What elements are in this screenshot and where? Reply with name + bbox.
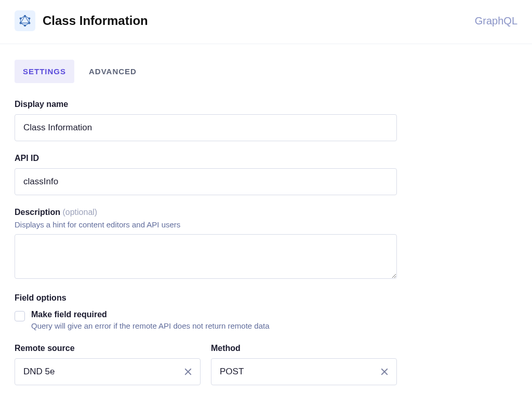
svg-point-3 — [29, 18, 30, 19]
field-remote-source: Remote source — [15, 344, 201, 385]
api-id-input[interactable] — [15, 168, 397, 195]
remote-source-select[interactable] — [15, 358, 201, 385]
tab-settings[interactable]: Settings — [15, 60, 74, 83]
tabs: Settings Advanced — [15, 60, 517, 83]
description-optional-tag: (optional) — [62, 208, 97, 216]
api-id-label: API ID — [15, 154, 397, 163]
field-api-id: API ID — [15, 154, 397, 195]
remote-source-label: Remote source — [15, 344, 201, 353]
svg-point-2 — [24, 15, 25, 17]
description-label-text: Description — [15, 208, 60, 216]
svg-point-5 — [24, 25, 25, 26]
method-clear-icon[interactable] — [377, 364, 392, 379]
description-label: Description (optional) — [15, 208, 397, 217]
method-select[interactable] — [211, 358, 397, 385]
field-display-name: Display name — [15, 100, 397, 141]
display-name-input[interactable] — [15, 114, 397, 141]
description-hint: Displays a hint for content editors and … — [15, 220, 397, 229]
svg-point-7 — [20, 18, 21, 19]
required-checkbox-row: Make field required Query will give an e… — [15, 310, 397, 330]
required-checkbox-hint: Query will give an error if the remote A… — [31, 321, 270, 330]
page-title: Class Information — [43, 13, 148, 28]
description-input[interactable] — [15, 234, 397, 279]
content: Settings Advanced Display name API ID De… — [0, 44, 532, 396]
svg-point-6 — [20, 22, 21, 24]
header-left: Class Information — [15, 10, 148, 31]
tab-advanced[interactable]: Advanced — [81, 60, 145, 83]
display-name-label: Display name — [15, 100, 397, 109]
required-checkbox[interactable] — [15, 311, 25, 321]
type-label: GraphQL — [475, 15, 517, 27]
field-options-title: Field options — [15, 293, 397, 303]
field-description: Description (optional) Displays a hint f… — [15, 208, 397, 281]
remote-source-clear-icon[interactable] — [181, 364, 195, 379]
required-checkbox-label: Make field required — [31, 310, 270, 319]
svg-point-4 — [29, 22, 30, 24]
header: Class Information GraphQL — [0, 0, 532, 44]
graphql-icon — [15, 10, 35, 31]
field-method: Method — [211, 344, 397, 385]
method-label: Method — [211, 344, 397, 353]
